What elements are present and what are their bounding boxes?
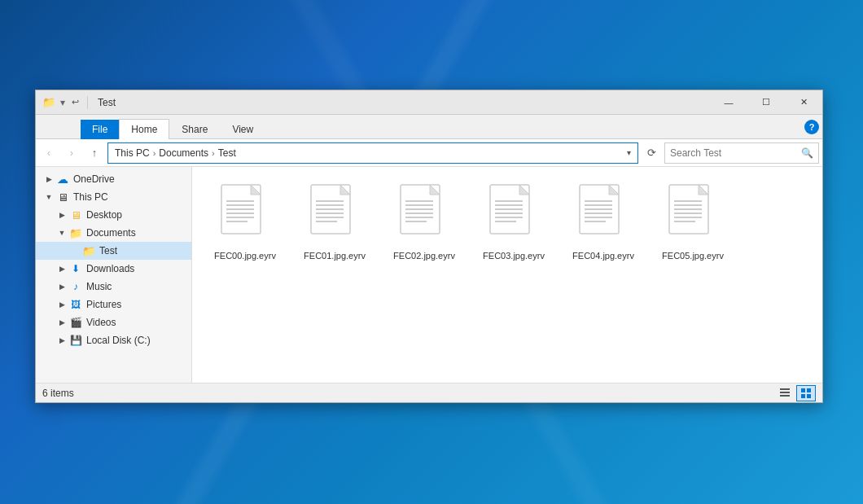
search-icon[interactable]: 🔍 [801,147,813,159]
svg-rect-2 [251,185,261,195]
status-bar: 6 items [36,383,822,402]
svg-rect-57 [801,388,805,392]
desktop-arrow: ▶ [55,211,68,219]
list-item[interactable]: FEC01.jpg.eyrv [290,175,379,265]
maximize-button[interactable]: ☐ [747,90,785,115]
test-folder-icon: 📁 [81,243,96,258]
sidebar-item-test[interactable]: ▶ 📁 Test [36,242,191,260]
this-pc-arrow: ▼ [42,193,55,201]
list-item[interactable]: FEC00.jpg.eyrv [200,175,290,265]
sidebar-item-local-disk[interactable]: ▶ 💾 Local Disk (C:) [36,331,191,349]
document-icon [668,183,718,245]
file-name: FEC05.jpg.eyrv [662,250,724,261]
file-icon [217,182,274,247]
downloads-arrow: ▶ [55,265,68,273]
view-icons-button[interactable] [796,385,816,401]
file-icon [485,182,542,247]
breadcrumb-sep-1: › [153,148,156,158]
file-name: FEC02.jpg.eyrv [393,250,455,261]
file-icon [306,182,363,247]
close-button[interactable]: ✕ [785,90,822,115]
address-dropdown-icon[interactable]: ▾ [627,148,631,157]
address-input[interactable]: This PC › Documents › Test ▾ [107,142,638,164]
pictures-label: Pictures [86,299,121,310]
ribbon-tabs: File Home Share View ? [36,115,822,139]
downloads-icon: ⬇ [68,261,83,276]
file-area: FEC00.jpg.eyrv FEC01.jpg.eyrv [192,167,822,383]
breadcrumb-this-pc[interactable]: This PC [115,147,150,159]
svg-rect-11 [340,185,350,195]
explorer-window: 📁 ▾ ↩ Test — ☐ ✕ File Home Share View ? … [35,90,823,403]
search-input[interactable] [670,147,798,159]
list-item[interactable]: FEC05.jpg.eyrv [648,175,738,265]
tab-home[interactable]: Home [119,119,169,139]
file-name: FEC03.jpg.eyrv [483,250,545,261]
svg-rect-20 [430,185,440,195]
pictures-arrow: ▶ [55,300,68,309]
document-icon [220,183,270,245]
tab-file[interactable]: File [81,120,119,139]
list-item[interactable]: FEC03.jpg.eyrv [469,175,559,265]
title-arrow-icon: ▾ [60,97,65,108]
view-buttons [775,385,816,401]
local-disk-arrow: ▶ [55,336,68,344]
sidebar-item-music[interactable]: ▶ ♪ Music [36,278,191,296]
documents-icon: 📁 [68,226,83,240]
documents-label: Documents [86,227,136,239]
title-folder-icon: 📁 [42,96,55,108]
breadcrumb-documents[interactable]: Documents [159,147,208,159]
sidebar-item-onedrive[interactable]: ▶ ☁ OneDrive [36,170,191,188]
test-label: Test [99,245,117,256]
title-separator [87,96,88,109]
local-disk-label: Local Disk (C:) [86,335,151,346]
list-item[interactable]: FEC04.jpg.eyrv [559,175,648,265]
local-disk-icon: 💾 [68,333,83,348]
breadcrumb-test[interactable]: Test [218,147,236,159]
minimize-button[interactable]: — [710,90,747,115]
view-icons-icon [800,388,812,399]
help-button[interactable]: ? [804,120,819,134]
back-button[interactable]: ‹ [39,143,59,163]
document-icon [578,183,629,245]
file-name: FEC00.jpg.eyrv [214,250,276,261]
up-button[interactable]: ↑ [85,143,104,163]
file-name: FEC01.jpg.eyrv [304,250,366,261]
search-box: 🔍 [664,142,819,164]
status-item-count: 6 items [42,388,775,399]
onedrive-arrow: ▶ [42,175,55,183]
videos-arrow: ▶ [55,318,68,327]
file-icon [396,182,453,247]
list-item[interactable]: FEC02.jpg.eyrv [379,175,469,265]
sidebar-item-downloads[interactable]: ▶ ⬇ Downloads [36,260,191,278]
sidebar-item-pictures[interactable]: ▶ 🖼 Pictures [36,296,191,313]
window-controls: — ☐ ✕ [710,90,822,115]
svg-rect-54 [780,388,790,390]
sidebar-item-this-pc[interactable]: ▼ 🖥 This PC [36,188,191,206]
file-icon [575,182,632,247]
music-arrow: ▶ [55,283,68,291]
document-icon [399,183,449,245]
document-icon [488,183,539,245]
sidebar-item-videos[interactable]: ▶ 🎬 Videos [36,313,191,331]
svg-rect-55 [780,392,790,393]
music-icon: ♪ [68,279,83,294]
svg-rect-60 [807,394,811,398]
view-details-button[interactable] [775,385,795,401]
sidebar-item-desktop[interactable]: ▶ 🖥 Desktop [36,206,191,224]
desktop-icon: 🖥 [68,208,83,222]
documents-arrow: ▼ [55,229,68,237]
tab-share[interactable]: Share [169,119,220,139]
this-pc-label: This PC [73,191,108,203]
title-icons: 📁 ▾ ↩ [36,96,93,109]
videos-label: Videos [86,317,116,328]
svg-rect-58 [807,388,811,392]
forward-button[interactable]: › [62,143,81,163]
svg-rect-56 [780,395,790,397]
desktop-label: Desktop [86,209,122,221]
file-name: FEC04.jpg.eyrv [572,250,634,261]
onedrive-label: OneDrive [73,173,115,185]
sidebar-item-documents[interactable]: ▼ 📁 Documents [36,224,191,242]
tab-view[interactable]: View [220,119,265,139]
svg-rect-59 [801,394,805,398]
refresh-button[interactable]: ⟳ [642,143,661,163]
